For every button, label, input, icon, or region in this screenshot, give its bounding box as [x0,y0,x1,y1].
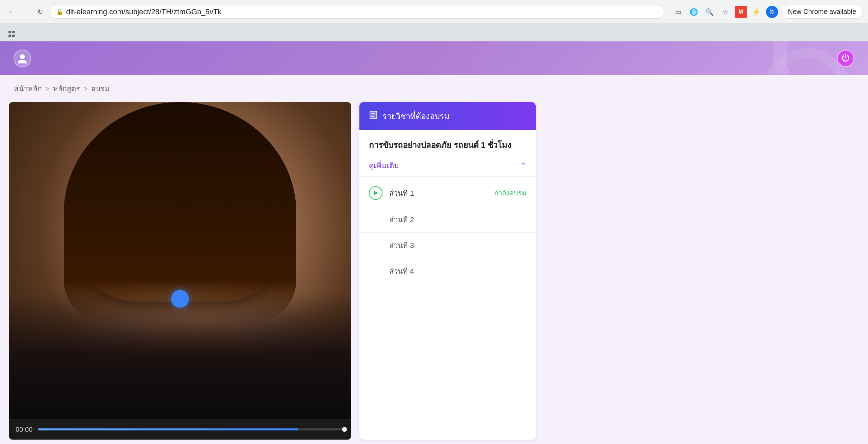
browser-chrome: ← → ↻ 🔒 dlt-elearning.com/subject/28/TH/… [0,0,868,24]
url-text: dlt-elearning.com/subject/28/TH/ztmGGb_5… [66,7,222,16]
gmail-icon[interactable]: M [735,6,747,18]
lock-icon: 🔒 [56,8,63,16]
breadcrumb-course[interactable]: หลักสูตร [53,83,80,95]
progress-bar[interactable] [38,428,344,430]
breadcrumb: หน้าหลัก > หลักสูตร > อบรม [0,75,868,102]
document-icon [369,111,378,119]
sidebar-header-label: รายวิชาที่ต้องอบรม [382,110,450,123]
svg-point-4 [20,54,25,59]
svg-rect-3 [12,35,15,37]
svg-marker-10 [374,191,378,195]
lesson-status-1: กำลังอบรม [494,188,526,198]
car-bg [9,292,351,419]
video-panel: 00:00 [9,102,351,440]
svg-rect-0 [8,31,11,33]
lesson-item-2[interactable]: ส่วนที่ 2 [359,207,536,233]
translate-button[interactable]: 🌐 [688,6,700,18]
cast-button[interactable]: ▭ [672,6,685,18]
reload-button[interactable]: ↻ [34,6,46,18]
sidebar-header: รายวิชาที่ต้องอบรม [359,102,536,130]
breadcrumb-sep2: > [83,84,88,93]
lesson-item-4[interactable]: ส่วนที่ 4 [359,258,536,284]
expand-row[interactable]: ดูเพิ่มเติม ⌃ [359,155,536,177]
forward-button[interactable]: → [20,6,32,18]
svg-point-5 [18,60,27,63]
video-controls: 00:00 [9,419,351,440]
play-triangle [373,190,378,196]
apps-icon [8,31,15,37]
address-bar[interactable]: 🔒 dlt-elearning.com/subject/28/TH/ztmGGb… [50,5,664,19]
new-chrome-button[interactable]: New Chrome available [782,5,863,19]
list-icon [369,111,378,122]
zoom-button[interactable]: 🔍 [704,6,716,18]
svg-rect-2 [8,35,11,37]
user-icon [17,53,27,63]
lesson-name-2: ส่วนที่ 2 [389,214,414,226]
time-display: 00:00 [16,426,33,433]
lesson-name-4: ส่วนที่ 4 [389,265,414,277]
play-icon [369,186,382,200]
breadcrumb-home[interactable]: หน้าหลัก [14,83,42,95]
tab-bar [0,24,868,41]
course-title: การขับรถอย่างปลอดภัย รถยนต์ 1 ชั่วโมง [359,130,536,155]
nav-buttons: ← → ↻ [5,6,46,18]
bookmark-button[interactable]: ☆ [719,6,731,18]
progress-thumb [342,427,347,432]
profile-button[interactable]: b [766,6,778,18]
back-button[interactable]: ← [5,6,18,18]
lesson-list: ส่วนที่ 1 กำลังอบรม ส่วนที่ 2 ส่วนที่ 3 … [359,177,536,287]
lesson-name-3: ส่วนที่ 3 [389,239,414,251]
extensions-button[interactable]: ⚡ [750,6,763,18]
header-decoration [698,41,868,75]
svg-rect-1 [12,31,15,33]
sidebar: รายวิชาที่ต้องอบรม การขับรถอย่างปลอดภัย … [359,102,536,440]
apps-button[interactable] [5,28,18,40]
lesson-item-3[interactable]: ส่วนที่ 3 [359,233,536,258]
breadcrumb-current: อบรม [91,83,110,95]
browser-actions: ▭ 🌐 🔍 ☆ M ⚡ b New Chrome available [672,5,863,19]
page-header [0,41,868,75]
video-bg [9,102,351,419]
progress-fill [38,428,298,430]
cursor-dot [171,290,189,308]
video-frame[interactable] [9,102,351,419]
main-content: 00:00 รายวิชาที่ต้องอบรม การขับรถอย่างปล… [0,102,868,444]
lesson-item[interactable]: ส่วนที่ 1 กำลังอบรม [359,179,536,207]
breadcrumb-sep1: > [45,84,50,93]
chevron-up-icon: ⌃ [520,161,526,170]
user-icon-button[interactable] [14,50,31,67]
lesson-name-1: ส่วนที่ 1 [389,187,488,199]
expand-link[interactable]: ดูเพิ่มเติม [369,160,399,172]
